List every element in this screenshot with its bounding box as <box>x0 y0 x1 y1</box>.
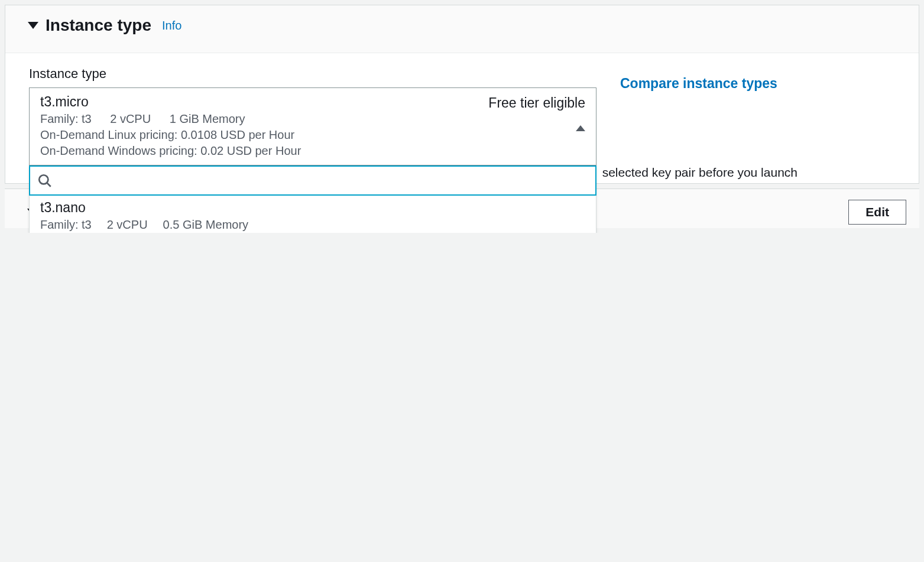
selected-family: Family: t3 <box>40 112 92 125</box>
option-name: t3.nano <box>40 200 585 216</box>
instance-type-field: Instance type t3.micro Family: t3 2 vCPU… <box>29 66 596 165</box>
selected-linux-pricing: On-Demand Linux pricing: 0.0108 USD per … <box>40 127 488 143</box>
edit-button[interactable]: Edit <box>848 200 906 225</box>
option-details: Family: t32 vCPU0.5 GiB MemoryOn-Demand … <box>40 217 585 233</box>
svg-point-0 <box>39 175 48 184</box>
instance-type-header: Instance type Info <box>5 5 919 53</box>
collapse-caret-icon[interactable] <box>28 22 38 29</box>
selected-windows-pricing: On-Demand Windows pricing: 0.02 USD per … <box>40 143 488 159</box>
dropdown-search-row <box>29 165 596 196</box>
selected-memory: 1 GiB Memory <box>170 112 245 125</box>
selected-right: Free tier eligible <box>488 94 585 131</box>
free-tier-badge: Free tier eligible <box>488 95 585 111</box>
selected-instance-summary: t3.micro Family: t3 2 vCPU 1 GiB Memory … <box>40 94 488 159</box>
dropdown-options-list: t3.nanoFamily: t32 vCPU0.5 GiB MemoryOn-… <box>30 195 596 233</box>
section-title: Instance type <box>46 16 151 35</box>
selected-instance-name: t3.micro <box>40 94 488 110</box>
search-icon <box>37 173 53 189</box>
instance-option-t3-nano[interactable]: t3.nanoFamily: t32 vCPU0.5 GiB MemoryOn-… <box>30 195 596 233</box>
instance-type-body: Instance type t3.micro Family: t3 2 vCPU… <box>5 53 919 183</box>
instance-type-panel: Instance type Info Instance type t3.micr… <box>5 5 919 184</box>
instance-type-dropdown: t3.nanoFamily: t32 vCPU0.5 GiB MemoryOn-… <box>29 165 596 233</box>
selected-pricing: On-Demand Linux pricing: 0.0108 USD per … <box>40 127 488 159</box>
instance-type-select[interactable]: t3.micro Family: t3 2 vCPU 1 GiB Memory … <box>29 87 596 165</box>
selected-vcpu: 2 vCPU <box>110 112 151 125</box>
compare-instance-types-link[interactable]: Compare instance types <box>620 66 777 92</box>
svg-line-1 <box>47 183 51 187</box>
selected-instance-specs: Family: t3 2 vCPU 1 GiB Memory <box>40 112 488 126</box>
field-label: Instance type <box>29 66 596 82</box>
keypair-hint-partial: selected key pair before you launch <box>602 165 797 180</box>
chevron-up-icon <box>576 125 585 131</box>
info-link[interactable]: Info <box>162 19 181 33</box>
dropdown-search-input[interactable] <box>59 170 588 191</box>
